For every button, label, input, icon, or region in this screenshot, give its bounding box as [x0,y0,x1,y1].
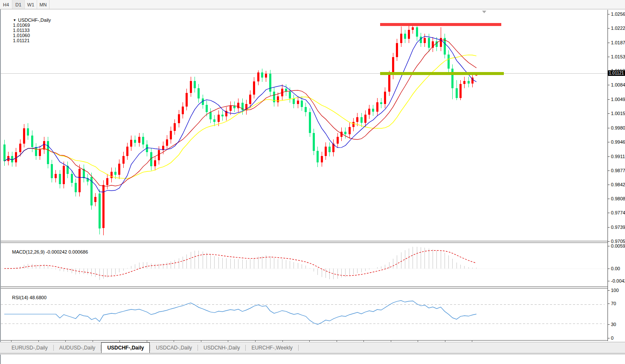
chart-tab-eurchf[interactable]: EURCHF-,Weekly [246,342,298,353]
tab-separator [298,345,299,351]
chart-tab-usdchf[interactable]: USDCHF-,Daily [101,342,150,353]
price-scale-label: 1.00150 [611,111,625,116]
chart-shift-marker-icon[interactable] [482,11,486,13]
rsi-label: RSI(14) 48.6800 [4,290,47,305]
scale-tick [608,142,610,142]
scale-tick [608,113,610,114]
chart-menu-icon[interactable]: ▼ [13,18,16,22]
price-scale-label: 1.02220 [611,26,625,31]
price-scale-label: 0.97740 [611,210,625,215]
price-scale-label: 0.98420 [611,182,625,187]
scale-tick [608,185,610,185]
price-scale-label: 0.99460 [611,139,625,144]
macd-scale-label: -0.004243 [611,278,625,283]
price-scale-label: 1.00490 [611,97,625,102]
rsi-scale-label: 30 [611,322,625,327]
scale-tick [608,57,610,57]
chart-tab-usdcad[interactable]: USDCAD-,Daily [150,342,198,353]
price-scale-label: 1.02560 [611,12,625,17]
price-scale-label: 0.99110 [611,154,625,159]
trading-terminal-window: H4D1W1MN ▼USDCHF-,Daily 1.01069 1.01133 … [0,0,625,364]
ohlc-high: 1.01133 [13,28,29,33]
price-scale-label: 0.98080 [611,196,625,201]
macd-scale-label: 0.00 [611,266,625,271]
scale-tick [608,128,610,128]
main-chart-canvas[interactable] [1,10,608,241]
scale-tick [608,99,610,100]
macd-panel-canvas[interactable] [1,243,608,286]
ohlc-low: 1.01060 [13,33,30,38]
scale-tick [608,14,610,14]
ohlc-open: 1.01069 [13,23,30,28]
macd-scale-label: 0.00597 [611,243,625,248]
scale-tick [608,281,610,281]
timeframe-button-h4[interactable]: H4 [0,0,12,9]
rsi-scale-label: 0 [611,335,625,341]
rsi-value: 48.6800 [29,295,47,300]
scale-tick [608,290,610,291]
scale-tick [608,241,610,242]
timeframe-button-mn[interactable]: MN [37,0,49,9]
macd-main-value: -0.000242 [46,249,67,254]
scale-tick [608,199,610,199]
chart-tab-bar: EURUSD-,DailyAUDUSD-,DailyUSDCHF-,DailyU… [0,342,625,353]
chart-title: ▼USDCHF-,Daily 1.01069 1.01133 1.01060 1… [5,12,53,48]
scale-tick [608,170,610,171]
scale-tick [608,246,610,246]
timeframe-button-w1[interactable]: W1 [25,0,37,9]
scale-tick [608,227,610,228]
rsi-scale-label: 70 [611,301,625,306]
price-scale-label: 1.01530 [611,54,625,59]
chart-tab-eurusd[interactable]: EURUSD-,Daily [6,342,53,353]
rsi-scale-label: 100 [611,288,625,293]
rsi-panel-canvas[interactable] [1,289,608,340]
scale-tick [608,303,610,304]
current-price-box: 1.01121 [608,70,625,76]
macd-signal-value: 0.000686 [68,249,88,254]
timeframe-button-d1[interactable]: D1 [12,0,25,9]
scale-tick [608,338,610,338]
macd-label: MACD(12,26,9) -0.000242 0.000686 [4,244,88,260]
scale-tick [608,324,610,325]
price-scale-label: 1.00840 [611,82,625,87]
price-scale-axis[interactable] [608,10,608,341]
window-bottom-edge [0,353,625,355]
price-scale-label: 0.97390 [611,225,625,230]
chart-tab-usdcnh[interactable]: USDCNH-,Daily [198,342,245,353]
scale-tick [608,156,610,157]
price-scale-label: 1.01870 [611,40,625,45]
scale-tick [608,85,610,85]
chart-tab-audusd[interactable]: AUDUSD-,Daily [54,342,101,353]
scale-tick [608,269,610,269]
timeframe-toolbar: H4D1W1MN [0,0,625,9]
price-scale-label: 0.98770 [611,168,625,173]
scale-tick [608,43,610,43]
chart-symbol: USDCHF-,Daily [18,17,51,23]
price-scale-label: 0.99800 [611,125,625,130]
chart-window: ▼USDCHF-,Daily 1.01069 1.01133 1.01060 1… [0,9,625,364]
scale-tick [608,28,610,29]
ohlc-close: 1.01121 [13,38,29,43]
scale-tick [608,213,610,213]
